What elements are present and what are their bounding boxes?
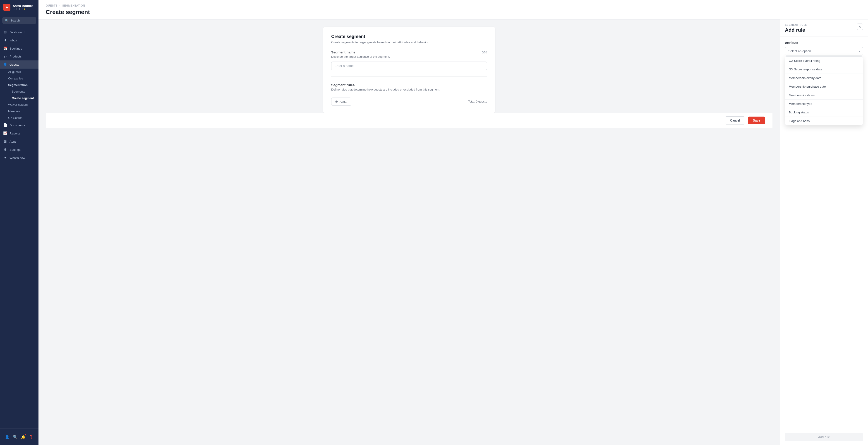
save-button[interactable]: Save: [748, 117, 765, 124]
page-header: GUESTS › SEGMENTATION Create segment: [38, 0, 868, 20]
sub-nav-all-guests[interactable]: All guests: [8, 69, 38, 75]
guests-icon: 👤: [3, 62, 7, 67]
sub-nav-members[interactable]: Members: [8, 108, 38, 115]
attribute-dropdown-list: GX Score overall rating GX Score respons…: [785, 56, 863, 125]
main-content: GUESTS › SEGMENTATION Create segment Cre…: [38, 0, 868, 445]
segment-rules-desc: Define rules that determine how guests a…: [331, 88, 440, 91]
add-rule-button[interactable]: ⊕ Add...: [331, 98, 351, 106]
brand-text: Astro Bounce ROLLER ★: [13, 4, 33, 11]
breadcrumb: GUESTS › SEGMENTATION: [46, 4, 861, 7]
content-area: Create segment Create segments to target…: [38, 20, 868, 445]
segment-name-desc: Describe the target audience of the segm…: [331, 55, 487, 58]
search-icon: 🔍: [5, 19, 9, 22]
apps-icon: ⊞: [3, 139, 7, 144]
add-btn-label: Add...: [340, 100, 347, 103]
products-icon: 🏷: [3, 55, 7, 58]
sidebar-item-documents[interactable]: 📄 Documents: [0, 121, 38, 129]
dropdown-option-booking-status[interactable]: Booking status: [785, 108, 863, 117]
guests-sub-nav: All guests Companies Segmentation Segmen…: [0, 69, 38, 121]
sidebar-item-label: What's new: [9, 156, 25, 160]
whats-new-icon: ✦: [3, 156, 7, 160]
sidebar-item-products[interactable]: 🏷 Products: [0, 53, 38, 60]
breadcrumb-separator: ›: [59, 4, 60, 7]
attribute-label: Attribute: [785, 41, 863, 44]
sidebar-item-settings[interactable]: ⚙ Settings: [0, 146, 38, 154]
sidebar-item-inbox[interactable]: ⬇ Inbox: [0, 36, 38, 44]
char-count: 0/70: [482, 51, 487, 54]
dropdown-option-membership-status[interactable]: Membership status: [785, 91, 863, 100]
sidebar-item-label: Apps: [9, 140, 17, 143]
sidebar-item-label: Products: [9, 55, 22, 58]
sub-nav-create-segment[interactable]: Create segment: [12, 95, 38, 101]
form-card: Create segment Create segments to target…: [323, 27, 495, 113]
sidebar-item-label: Inbox: [9, 39, 17, 42]
segment-name-section: Segment name 0/70 Describe the target au…: [331, 50, 487, 70]
breadcrumb-parent: GUESTS: [46, 4, 58, 7]
dropdown-option-gx-score-overall[interactable]: GX Score overall rating: [785, 57, 863, 65]
notification-wrap: 🔔: [20, 433, 27, 441]
attribute-select[interactable]: Select an option: [785, 47, 863, 56]
search-bar[interactable]: 🔍 Search: [2, 17, 36, 24]
sidebar-nav: ⊞ Dashboard ⬇ Inbox 📅 Bookings 🏷 Product…: [0, 27, 38, 428]
sub-nav-segmentation[interactable]: Segmentation: [8, 82, 38, 88]
notification-dot: [25, 434, 26, 436]
breadcrumb-child: SEGMENTATION: [62, 4, 85, 7]
user-profile-icon[interactable]: 👤: [4, 433, 11, 441]
form-area: Create segment Create segments to target…: [38, 20, 780, 445]
plus-circle-icon: ⊕: [335, 100, 338, 104]
sidebar-item-apps[interactable]: ⊞ Apps: [0, 137, 38, 146]
rule-panel-title-block: SEGMENT RULE Add rule: [785, 24, 807, 33]
sub-nav-gx-scores[interactable]: GX Scores: [8, 115, 38, 121]
sub-nav-waiver-holders[interactable]: Waiver holders: [8, 101, 38, 108]
brand-logo: ▸: [3, 4, 10, 11]
form-card-title: Create segment: [331, 34, 487, 39]
dropdown-option-membership-purchase[interactable]: Membership purchase date: [785, 83, 863, 91]
add-rule-submit-button[interactable]: Add rule: [785, 433, 863, 441]
close-panel-button[interactable]: ✕: [857, 24, 863, 30]
rule-panel-body: Attribute Select an option ▾ GX Score ov…: [780, 36, 868, 429]
sidebar-item-label: Bookings: [9, 47, 22, 50]
dropdown-option-flags-bans[interactable]: Flags and bans: [785, 117, 863, 125]
sidebar-item-guests[interactable]: 👤 Guests: [0, 60, 38, 69]
sidebar: ▸ Astro Bounce ROLLER ★ 🔍 Search ⊞ Dashb…: [0, 0, 38, 445]
bookings-icon: 📅: [3, 46, 7, 51]
rules-label-block: Segment rules Define rules that determin…: [331, 83, 440, 94]
dropdown-option-membership-expiry[interactable]: Membership expiry date: [785, 74, 863, 83]
form-card-desc: Create segments to target guests based o…: [331, 40, 487, 44]
sub-nav-companies[interactable]: Companies: [8, 75, 38, 82]
sidebar-bottom: 👤 🔍 🔔 ❓: [0, 428, 38, 445]
reports-icon: 📈: [3, 131, 7, 135]
sidebar-item-bookings[interactable]: 📅 Bookings: [0, 44, 38, 53]
segmentation-sub-nav: Segments Create segment: [8, 88, 38, 101]
sidebar-item-label: Guests: [9, 63, 19, 66]
dashboard-icon: ⊞: [3, 30, 7, 34]
brand-sub: ROLLER ★: [13, 8, 33, 11]
attribute-dropdown-container: Select an option ▾ GX Score overall rati…: [785, 47, 863, 56]
brand-name: Astro Bounce: [13, 4, 33, 8]
segment-name-input[interactable]: [331, 62, 487, 70]
total-guests: Total: 0 guests: [468, 98, 487, 106]
dropdown-option-gx-score-response[interactable]: GX Score response date: [785, 65, 863, 74]
rule-panel-footer: Add rule: [780, 429, 868, 445]
sidebar-item-whats-new[interactable]: ✦ What's new: [0, 154, 38, 162]
help-icon[interactable]: ❓: [28, 433, 35, 441]
rule-panel-label: SEGMENT RULE: [785, 24, 807, 26]
sidebar-item-reports[interactable]: 📈 Reports: [0, 129, 38, 137]
sidebar-item-dashboard[interactable]: ⊞ Dashboard: [0, 28, 38, 36]
section-divider: [331, 76, 487, 77]
footer-actions: Cancel Save: [46, 113, 772, 128]
cancel-button[interactable]: Cancel: [725, 116, 745, 125]
sidebar-item-label: Dashboard: [9, 31, 25, 34]
settings-icon: ⚙: [3, 148, 7, 152]
segment-rules-section: Segment rules Define rules that determin…: [331, 83, 487, 106]
sidebar-brand: ▸ Astro Bounce ROLLER ★: [0, 0, 38, 14]
search-label: Search: [10, 19, 20, 22]
dropdown-option-membership-type[interactable]: Membership type: [785, 100, 863, 108]
page-title: Create segment: [46, 9, 861, 15]
documents-icon: 📄: [3, 123, 7, 127]
sidebar-item-label: Settings: [9, 148, 21, 152]
bottom-search-icon[interactable]: 🔍: [11, 433, 19, 441]
rule-panel: SEGMENT RULE Add rule ✕ Attribute Select…: [780, 20, 868, 445]
sub-nav-segments[interactable]: Segments: [12, 88, 38, 95]
sidebar-item-label: Reports: [9, 132, 20, 135]
